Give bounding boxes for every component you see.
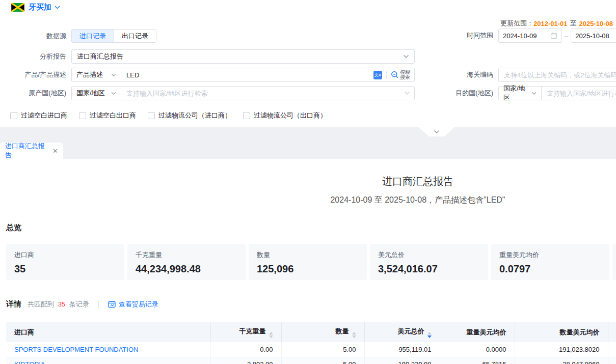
country-selector-label[interactable]: 牙买加: [29, 3, 51, 12]
checkbox-label: 过滤物流公司（出口商）: [254, 111, 327, 120]
checkbox-label: 过滤物流公司（进口商）: [158, 111, 231, 120]
origin-country-input[interactable]: [121, 87, 404, 100]
close-icon[interactable]: ✕: [52, 147, 58, 155]
checkbox-icon[interactable]: [10, 112, 17, 119]
checkbox-icon[interactable]: [148, 112, 155, 119]
stat-card-value: 44,234,998.48: [136, 263, 237, 275]
product-label: 产品/产品描述: [0, 70, 66, 79]
stat-card-label: 重量美元均价: [499, 250, 601, 260]
column-label: 重量美元均价: [467, 328, 506, 336]
filter-checkboxes: 过滤空白进口商过滤空白出口商过滤物流公司（进口商）过滤物流公司（出口商）: [10, 111, 338, 120]
update-range-label: 更新范围：: [500, 19, 533, 28]
origin-country-label: 原产国(地区): [0, 89, 66, 98]
checkbox-label: 过滤空白出口商: [90, 111, 136, 120]
top-bar: 牙买加: [0, 0, 616, 15]
stat-card: 美元总价3,524,016.07: [370, 244, 488, 280]
stat-card: 数量125,096: [249, 244, 367, 280]
tab-strip: 进口商汇总报告 ✕: [0, 127, 616, 159]
chevron-down-icon[interactable]: [55, 6, 60, 9]
chevron-down-icon: [531, 92, 537, 95]
stat-card-value: 0.0797: [499, 263, 601, 275]
update-range-to: 至: [570, 19, 577, 28]
jamaica-flag-icon: [11, 3, 24, 12]
trade-records-icon: [108, 301, 116, 308]
data-source-segmented-control: 进口记录 出口记录: [71, 29, 156, 43]
analysis-report-label: 分析报告: [0, 52, 66, 61]
filter-checkbox[interactable]: 过滤物流公司（进口商）: [148, 111, 231, 120]
tab-import-records[interactable]: 进口记录: [72, 30, 114, 42]
overview-heading: 总览: [6, 223, 616, 233]
view-trade-records-link[interactable]: 查看贸易记录: [108, 300, 158, 309]
cell-quantity: 5.00: [281, 342, 364, 357]
checkbox-icon[interactable]: [79, 112, 86, 119]
translate-icon[interactable]: 文A: [373, 71, 382, 79]
report-subtitle: 2024-10-09 至 2025-10-08，产品描述包含"LED": [0, 195, 616, 206]
tab-importer-summary-report[interactable]: 进口商汇总报告 ✕: [0, 143, 63, 159]
cell-kg-weight: 2,892.00: [210, 357, 281, 364]
analysis-report-select[interactable]: 进口商汇总报告: [71, 49, 415, 64]
column-header-usd-per-qty: 数量美元均价: [515, 322, 608, 342]
sort-icon[interactable]: [352, 332, 356, 338]
start-date-value: 2024-10-09: [503, 32, 550, 40]
cell-extra: [608, 357, 616, 364]
importer-link[interactable]: SPORTS DEVELOPMENT FOUNDATION: [14, 346, 138, 353]
product-field-type-select[interactable]: 产品描述: [72, 68, 121, 81]
update-range-start: 2012-01-01: [533, 20, 568, 27]
stat-card: 重量美元均价0.0797: [491, 244, 609, 280]
cell-kg-weight: 0.00: [210, 342, 281, 357]
column-header-importer: 进口商: [6, 322, 210, 342]
stat-card-label: 美元总价: [378, 250, 480, 260]
filter-panel: 更新范围： 2012-01-01 至 2025-10-08 数据源 进口记录 出…: [0, 15, 616, 127]
start-date-input[interactable]: 2024-10-09: [498, 29, 562, 43]
checkbox-icon[interactable]: [243, 112, 250, 119]
collapse-panel-button[interactable]: [419, 127, 454, 136]
destination-country-input[interactable]: [542, 87, 616, 100]
cell-usd-per-qty: 191,023.8020: [515, 342, 608, 357]
details-header-row: 详情 共匹配到 35 条记录 查看贸易记录: [6, 299, 616, 309]
stat-card: 进口商35: [6, 244, 124, 280]
table-body: SPORTS DEVELOPMENT FOUNDATION0.005.00955…: [6, 342, 616, 364]
destination-field-type-value: 国家/地区: [503, 84, 531, 102]
analysis-report-value: 进口商汇总报告: [77, 52, 403, 61]
filter-checkbox[interactable]: 过滤空白出口商: [79, 111, 136, 120]
stat-card: 千克重量44,234,998.48: [127, 244, 246, 280]
update-range: 更新范围： 2012-01-01 至 2025-10-08: [500, 19, 613, 28]
report-content: 进口商汇总报告 2024-10-09 至 2025-10-08，产品描述包含"L…: [0, 159, 616, 364]
hs-code-input[interactable]: [498, 68, 616, 82]
details-table: 进口商千克重量数量美元总价重量美元均价数量美元均价 SPORTS DEVELOP…: [6, 322, 616, 364]
column-header-kg-weight[interactable]: 千克重量: [210, 322, 281, 342]
origin-field-type-select[interactable]: 国家/地区: [72, 87, 121, 100]
time-range-label: 时间范围: [438, 31, 493, 40]
column-header-quantity[interactable]: 数量: [281, 322, 364, 342]
cell-usd-per-kg: 0.0000: [440, 342, 515, 357]
product-description-input[interactable]: [121, 68, 373, 81]
destination-field-type-select[interactable]: 国家/地区: [499, 87, 542, 100]
match-count: 35: [58, 300, 65, 308]
end-date-input[interactable]: 2025-10-08: [571, 29, 616, 43]
details-heading: 详情: [6, 299, 21, 309]
tab-export-records[interactable]: 出口记录: [114, 30, 156, 42]
stat-card-label: 千克重量: [136, 250, 237, 260]
sort-icon[interactable]: [269, 332, 273, 338]
calendar-icon: [550, 32, 557, 39]
table-header-row: 进口商千克重量数量美元总价重量美元均价数量美元均价: [6, 322, 616, 342]
stat-card-partial: [612, 244, 616, 280]
column-header-usd-total[interactable]: 美元总价: [364, 322, 440, 342]
column-label: 美元总价: [398, 327, 424, 335]
report-title: 进口商汇总报告: [0, 159, 616, 188]
fuzzy-search-icon: [391, 71, 399, 79]
filter-checkbox[interactable]: 过滤空白进口商: [10, 111, 67, 120]
fuzzy-search-button[interactable]: 模糊 搜索: [391, 70, 410, 80]
update-range-end: 2025-10-08: [579, 20, 613, 27]
sort-icon[interactable]: [427, 332, 432, 338]
match-suffix: 条记录: [69, 300, 89, 308]
cell-extra: [608, 342, 616, 357]
table-row: KIDTOPIA2,892.005.00190,239.9865.781538,…: [6, 357, 616, 364]
importer-link[interactable]: KIDTOPIA: [14, 360, 45, 364]
origin-field-type-value: 国家/地区: [76, 89, 111, 98]
cell-importer: KIDTOPIA: [6, 357, 210, 364]
filter-checkbox[interactable]: 过滤物流公司（出口商）: [243, 111, 327, 120]
cell-usd-total: 190,239.98: [364, 357, 440, 364]
column-header-extra: [608, 322, 616, 342]
column-label: 数量美元均价: [560, 328, 600, 336]
